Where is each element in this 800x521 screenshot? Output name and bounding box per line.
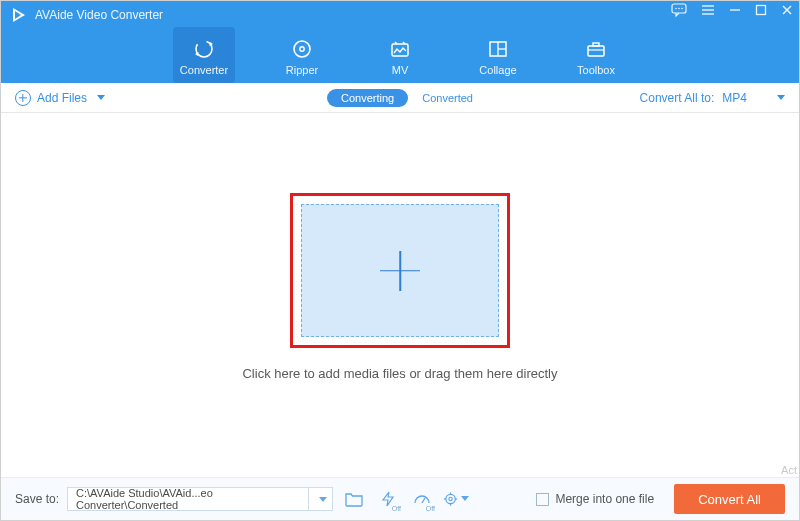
chevron-down-icon	[461, 496, 469, 502]
add-files-label: Add Files	[37, 91, 87, 105]
footer: Save to: C:\AVAide Studio\AVAid...eo Con…	[1, 477, 799, 520]
app-logo-icon	[9, 5, 29, 25]
add-files-button[interactable]: Add Files	[15, 90, 105, 106]
save-path-value: C:\AVAide Studio\AVAid...eo Converter\Co…	[76, 487, 300, 511]
chevron-down-icon	[97, 95, 105, 100]
svg-line-26	[422, 498, 425, 503]
svg-marker-25	[383, 492, 393, 506]
chevron-down-icon	[777, 95, 785, 100]
main-nav: Converter Ripper MV Collage Toolbox	[1, 27, 799, 83]
convert-all-to-select[interactable]: MP4	[722, 91, 785, 105]
main-area: Click here to add media files or drag th…	[1, 113, 799, 477]
svg-point-17	[300, 47, 304, 51]
convert-all-button[interactable]: Convert All	[674, 484, 785, 514]
chevron-down-icon	[319, 497, 327, 502]
tab-converted[interactable]: Converted	[422, 92, 473, 104]
drop-zone-inner	[301, 204, 499, 337]
svg-point-16	[294, 41, 310, 57]
maximize-icon[interactable]	[755, 4, 767, 16]
close-icon[interactable]	[781, 4, 793, 16]
nav-label: MV	[392, 64, 409, 76]
nav-toolbox[interactable]: Toolbox	[565, 27, 627, 83]
nav-mv[interactable]: MV	[369, 27, 431, 83]
high-speed-button[interactable]: Off	[409, 488, 435, 510]
nav-collage[interactable]: Collage	[467, 27, 529, 83]
svg-rect-10	[757, 6, 766, 15]
settings-button[interactable]	[443, 488, 469, 510]
plus-icon	[380, 251, 420, 291]
off-label: Off	[392, 505, 401, 512]
nav-converter[interactable]: Converter	[173, 27, 235, 83]
minimize-icon[interactable]	[729, 4, 741, 16]
toolbox-icon	[585, 38, 607, 60]
merge-checkbox[interactable]: Merge into one file	[536, 492, 654, 506]
hardware-accel-button[interactable]: Off	[375, 488, 401, 510]
mv-icon	[389, 38, 411, 60]
tab-converting[interactable]: Converting	[327, 89, 408, 107]
svg-point-27	[446, 494, 455, 503]
convert-all-to: Convert All to: MP4	[640, 91, 785, 105]
converter-icon	[193, 38, 215, 60]
checkbox-box-icon	[536, 493, 549, 506]
secondary-toolbar: Add Files Converting Converted Convert A…	[1, 83, 799, 113]
nav-ripper[interactable]: Ripper	[271, 27, 333, 83]
svg-point-4	[678, 8, 680, 10]
open-folder-button[interactable]	[341, 488, 367, 510]
watermark-text: Act	[781, 464, 797, 476]
convert-all-to-value: MP4	[722, 91, 747, 105]
svg-point-5	[681, 8, 683, 10]
drop-hint: Click here to add media files or drag th…	[242, 366, 557, 381]
svg-rect-23	[593, 43, 599, 46]
collage-icon	[487, 38, 509, 60]
svg-point-28	[449, 497, 452, 500]
window-controls	[671, 3, 793, 17]
plus-circle-icon	[15, 90, 31, 106]
off-label: Off	[426, 505, 435, 512]
svg-point-13	[196, 41, 212, 57]
svg-rect-22	[588, 46, 604, 56]
svg-marker-33	[461, 496, 469, 501]
nav-label: Converter	[180, 64, 228, 76]
nav-label: Ripper	[286, 64, 318, 76]
ripper-icon	[291, 38, 313, 60]
nav-label: Collage	[479, 64, 516, 76]
menu-icon[interactable]	[701, 4, 715, 16]
converting-status-tabs: Converting Converted	[327, 89, 473, 107]
feedback-icon[interactable]	[671, 3, 687, 17]
convert-all-to-label: Convert All to:	[640, 91, 715, 105]
app-title: AVAide Video Converter	[35, 8, 163, 22]
titlebar-top: AVAide Video Converter	[1, 1, 799, 29]
merge-label: Merge into one file	[555, 492, 654, 506]
titlebar: AVAide Video Converter Converter	[1, 1, 799, 83]
nav-label: Toolbox	[577, 64, 615, 76]
svg-point-3	[675, 8, 677, 10]
drop-zone[interactable]	[290, 193, 510, 348]
save-to-label: Save to:	[15, 492, 59, 506]
save-path-field[interactable]: C:\AVAide Studio\AVAid...eo Converter\Co…	[67, 487, 309, 511]
save-path-dropdown[interactable]	[309, 487, 333, 511]
